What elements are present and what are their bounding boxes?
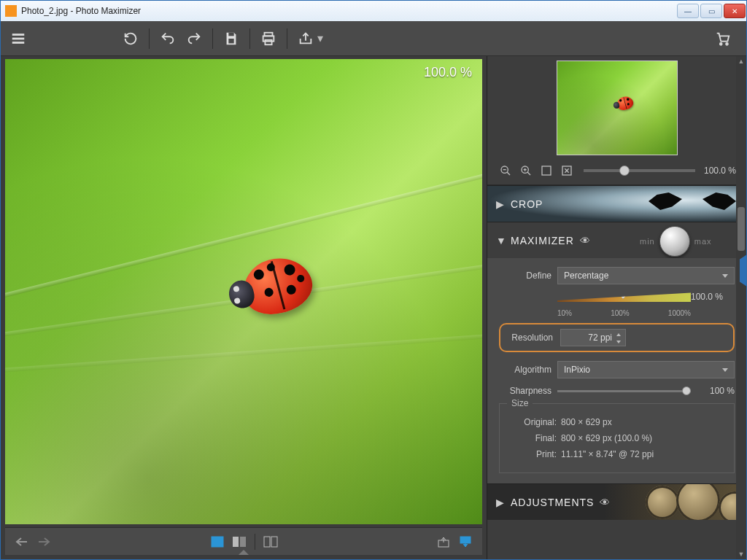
redo-button[interactable] — [184, 28, 204, 49]
crop-panel-header[interactable]: ▶ CROP — [487, 185, 746, 222]
print-value: 11.11" × 8.74" @ 72 ppi — [561, 449, 654, 459]
zoom-slider[interactable] — [584, 169, 695, 172]
window-controls: — ▭ ✕ — [676, 2, 746, 20]
import-button[interactable] — [457, 533, 474, 551]
crop-art-icon — [649, 190, 736, 219]
define-select[interactable]: Percentage — [557, 267, 735, 284]
next-button[interactable] — [35, 533, 53, 551]
caret-down-icon — [722, 368, 728, 372]
svg-rect-14 — [233, 537, 239, 547]
left-column: 100.0 % — [1, 56, 487, 559]
algorithm-select[interactable]: InPixio — [557, 361, 735, 378]
scroll-down-icon[interactable]: ▼ — [736, 549, 746, 559]
visibility-icon[interactable]: 👁 — [600, 497, 611, 508]
photo-preview — [5, 59, 482, 524]
spin-up-button[interactable] — [614, 331, 624, 338]
export-button[interactable] — [435, 533, 452, 551]
save-button[interactable] — [221, 28, 241, 49]
share-button[interactable] — [295, 28, 316, 49]
scrollbar-thumb[interactable] — [738, 207, 745, 251]
scale-slider[interactable] — [557, 292, 691, 302]
menu-button[interactable] — [8, 28, 28, 49]
svg-rect-4 — [228, 39, 233, 43]
original-label: Original: — [508, 417, 557, 427]
svg-line-24 — [527, 172, 530, 175]
zoom-in-button[interactable] — [518, 163, 534, 179]
maximizer-panel-body: Define Percentage 100.0 % — [487, 258, 746, 483]
close-button[interactable]: ✕ — [724, 4, 746, 18]
resolution-input[interactable]: 72 ppi — [560, 329, 626, 346]
caret-down-icon — [722, 274, 728, 278]
toolbar-separator — [287, 28, 287, 49]
tick-1000: 1000% — [668, 309, 691, 317]
titlebar[interactable]: Photo_2.jpg - Photo Maximizer — ▭ ✕ — [1, 1, 746, 21]
visibility-icon[interactable]: 👁 — [580, 235, 591, 246]
window-title: Photo_2.jpg - Photo Maximizer — [21, 6, 141, 16]
define-label: Define — [499, 271, 551, 281]
scale-ticks: 10% 100% 1000% — [557, 309, 691, 317]
actual-size-button[interactable] — [559, 163, 575, 179]
print-label: Print: — [508, 449, 557, 459]
final-label: Final: — [508, 433, 557, 443]
zoom-out-button[interactable] — [498, 163, 514, 179]
flyout-tab[interactable] — [740, 254, 747, 287]
maximizer-art-icon: min max — [640, 226, 735, 257]
svg-rect-15 — [240, 537, 246, 547]
chevron-right-icon: ▶ — [496, 198, 503, 210]
slider-knob-icon[interactable] — [619, 166, 630, 176]
cart-button[interactable] — [713, 28, 733, 49]
resolution-value: 72 ppi — [588, 332, 612, 343]
svg-point-10 — [726, 42, 728, 44]
adjustments-panel-header[interactable]: ▶ ADJUSTMENTS 👁 — [487, 483, 746, 520]
min-label: min — [640, 237, 655, 246]
zoom-readout: 100.0 % — [424, 65, 472, 80]
sharpness-value: 100 % — [700, 386, 735, 396]
maximizer-title: MAXIMIZER — [511, 235, 574, 246]
app-icon — [5, 5, 17, 17]
svg-rect-13 — [212, 537, 223, 547]
toolbar-separator — [149, 28, 150, 49]
sharpness-label: Sharpness — [499, 386, 551, 396]
app-window: Photo_2.jpg - Photo Maximizer — ▭ ✕ — [0, 0, 747, 560]
compare-button[interactable] — [262, 533, 279, 551]
original-value: 800 × 629 px — [561, 417, 612, 427]
image-canvas[interactable]: 100.0 % — [5, 59, 482, 524]
maximize-button[interactable]: ▭ — [700, 4, 722, 18]
size-group: Size Original:800 × 629 px Final:800 × 6… — [499, 403, 735, 473]
svg-line-21 — [507, 172, 510, 175]
navigator-thumbnail[interactable] — [557, 61, 678, 155]
svg-rect-27 — [542, 166, 551, 175]
gear-icon — [646, 486, 679, 519]
view-single-button[interactable] — [209, 533, 226, 551]
bottom-toolbar — [5, 527, 482, 555]
slider-knob-icon[interactable] — [682, 386, 691, 395]
prev-button[interactable] — [13, 533, 31, 551]
svg-rect-16 — [264, 537, 270, 547]
gear-icon — [676, 483, 720, 520]
undo-button[interactable] — [158, 28, 178, 49]
panel-scrollbar[interactable]: ▲ ▼ — [736, 56, 746, 559]
tick-100: 100% — [611, 309, 630, 317]
sharpness-slider[interactable] — [557, 390, 691, 392]
expand-handle-icon[interactable] — [239, 550, 249, 555]
scroll-up-icon[interactable]: ▲ — [736, 56, 746, 66]
reset-button[interactable] — [120, 28, 141, 49]
adjustments-title: ADJUSTMENTS — [511, 497, 594, 508]
scale-percent-label: 100.0 % — [691, 292, 723, 302]
svg-rect-17 — [271, 537, 277, 547]
view-split-button[interactable] — [231, 533, 248, 551]
final-value: 800 × 629 px (100.0 %) — [561, 433, 652, 443]
fit-screen-button[interactable] — [538, 163, 554, 179]
minimize-button[interactable]: — — [677, 4, 699, 18]
define-value: Percentage — [564, 271, 608, 281]
print-button[interactable] — [258, 28, 279, 49]
spin-down-button[interactable] — [614, 338, 624, 346]
navigator — [487, 56, 746, 157]
dial-icon — [659, 226, 690, 257]
navigator-controls: 100.0 % — [487, 157, 746, 185]
slider-handle-icon[interactable] — [619, 287, 627, 299]
maximizer-panel-header[interactable]: ▼ MAXIMIZER 👁 min max — [487, 222, 746, 258]
chevron-down-icon: ▼ — [496, 235, 503, 246]
resolution-highlight: Resolution 72 ppi — [499, 323, 735, 352]
size-title: Size — [507, 398, 533, 408]
